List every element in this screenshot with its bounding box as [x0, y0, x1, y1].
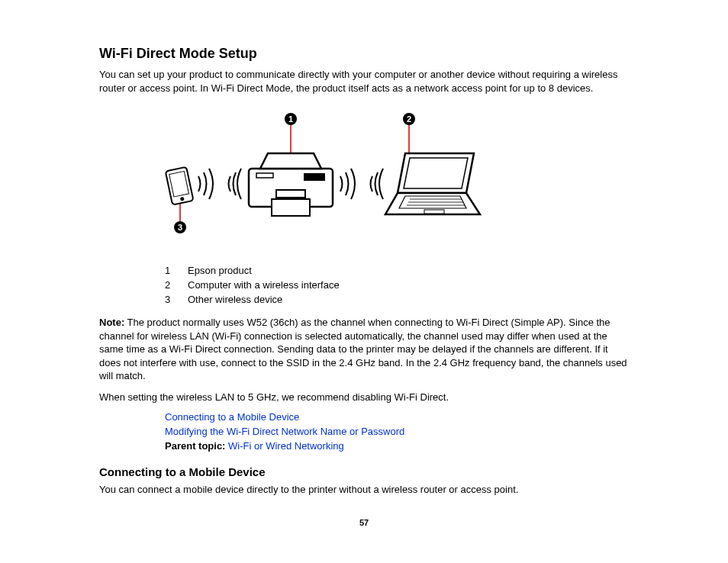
legend-num-3: 3 [165, 294, 174, 305]
heading-wifi-direct: Wi-Fi Direct Mode Setup [99, 46, 629, 62]
para-5ghz: When setting the wireless LAN to 5 GHz, … [99, 391, 629, 404]
parent-topic-label: Parent topic: [165, 440, 225, 452]
legend-text-3: Other wireless device [188, 294, 282, 305]
legend-text-1: Epson product [188, 265, 252, 276]
signal-waves-printer-left [229, 169, 242, 199]
legend-row-1: 1 Epson product [165, 265, 629, 276]
callout-1-badge: 1 [288, 114, 293, 124]
wifi-direct-diagram: 1 2 3 [165, 111, 523, 249]
signal-waves-printer-right [340, 169, 355, 199]
legend-num-2: 2 [165, 279, 174, 291]
legend-row-2: 2 Computer with a wireless interface [165, 279, 629, 291]
svg-rect-22 [424, 210, 444, 214]
signal-waves-phone-right [198, 169, 213, 199]
link-modify-wifi-direct[interactable]: Modifying the Wi-Fi Direct Network Name … [165, 426, 404, 437]
legend-row-3: 3 Other wireless device [165, 294, 629, 305]
svg-marker-10 [260, 153, 321, 169]
note-body: The product normally uses W52 (36ch) as … [99, 317, 627, 381]
svg-rect-11 [272, 199, 310, 216]
legend-text-2: Computer with a wireless interface [188, 279, 340, 291]
callout-3-badge: 3 [178, 223, 182, 232]
svg-rect-12 [276, 190, 305, 198]
intro-paragraph: You can set up your product to communica… [99, 68, 629, 95]
svg-rect-13 [304, 173, 325, 181]
phone-icon [166, 167, 194, 205]
heading-connecting-mobile: Connecting to a Mobile Device [99, 465, 629, 478]
link-parent-topic[interactable]: Wi-Fi or Wired Networking [228, 440, 344, 452]
signal-waves-laptop-left [371, 169, 384, 199]
callout-2-badge: 2 [407, 114, 411, 124]
legend-num-1: 1 [165, 265, 174, 276]
link-connecting-mobile[interactable]: Connecting to a Mobile Device [165, 411, 299, 423]
laptop-icon [385, 153, 480, 214]
para-connect-mobile: You can connect a mobile device directly… [99, 483, 629, 497]
note-label: Note: [99, 317, 124, 328]
printer-icon [249, 153, 333, 216]
svg-marker-16 [404, 158, 468, 188]
page-number: 57 [99, 518, 629, 527]
page-container: Wi-Fi Direct Mode Setup You can set up y… [0, 0, 728, 550]
links-block: Connecting to a Mobile Device Modifying … [165, 411, 629, 452]
note-paragraph: Note: The product normally uses W52 (36c… [99, 316, 629, 383]
